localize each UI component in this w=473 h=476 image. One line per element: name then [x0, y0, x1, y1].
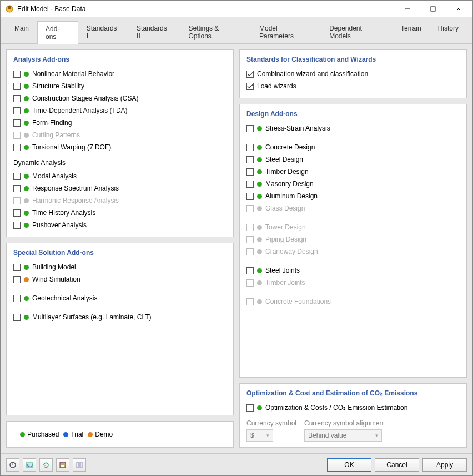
checkbox	[246, 298, 254, 305]
tab-main[interactable]: Main	[6, 21, 37, 43]
tool-button-5[interactable]	[73, 458, 86, 472]
checkbox[interactable]	[13, 173, 21, 180]
checkbox[interactable]	[13, 119, 21, 127]
tool-button-2[interactable]: 0,00	[23, 458, 36, 472]
apply-button[interactable]: Apply	[422, 458, 467, 472]
checkbox[interactable]	[246, 71, 254, 78]
addon-label: Combination wizard and classification	[257, 70, 368, 78]
checkbox[interactable]	[13, 71, 21, 78]
checkbox[interactable]	[13, 222, 21, 229]
ok-button[interactable]: OK	[327, 458, 371, 472]
addon-row[interactable]: Optimization & Costs / CO₂ Emission Esti…	[246, 402, 460, 414]
checkbox[interactable]	[13, 209, 21, 217]
checkbox[interactable]	[246, 156, 254, 163]
checkbox[interactable]	[246, 168, 254, 176]
tab-standards-ii[interactable]: Standards II	[128, 21, 180, 43]
window-title: Edit Model - Base Data	[17, 5, 395, 13]
addon-row[interactable]: Construction Stages Analysis (CSA)	[13, 92, 227, 104]
save-icon	[59, 461, 67, 469]
status-dot	[257, 206, 262, 211]
svg-rect-1	[8, 6, 11, 9]
cancel-button[interactable]: Cancel	[375, 458, 419, 472]
addon-row[interactable]: Geotechnical Analysis	[13, 292, 227, 304]
refresh-icon	[42, 461, 50, 469]
addon-row[interactable]: Timber Design	[246, 166, 460, 178]
status-dot	[24, 84, 29, 89]
addon-row[interactable]: Combination wizard and classification	[246, 68, 460, 80]
addon-row[interactable]: Multilayer Surfaces (e.g. Laminate, CLT)	[13, 311, 227, 323]
checkbox[interactable]	[13, 264, 21, 271]
minimize-button[interactable]	[395, 1, 420, 17]
panel-special-solution: Special Solution Add-ons Building ModelW…	[6, 243, 234, 415]
titlebar: Edit Model - Base Data	[1, 1, 472, 17]
svg-rect-3	[431, 7, 435, 11]
checkbox[interactable]	[13, 314, 21, 321]
addon-row[interactable]: Steel Joints	[246, 264, 460, 277]
checkbox[interactable]	[13, 276, 21, 283]
tab-model-parameters[interactable]: Model Parameters	[251, 21, 321, 43]
addon-label: Glass Design	[265, 204, 305, 212]
addon-row[interactable]: Aluminum Design	[246, 190, 460, 202]
addon-row[interactable]: Steel Design	[246, 153, 460, 166]
addon-row[interactable]: Time-Dependent Analysis (TDA)	[13, 104, 227, 117]
group-heading: Design Add-ons	[246, 110, 460, 118]
addon-row[interactable]: Concrete Design	[246, 141, 460, 153]
addon-label: Response Spectrum Analysis	[32, 184, 119, 192]
addon-row[interactable]: Modal Analysis	[13, 170, 227, 182]
addon-row[interactable]: Torsional Warping (7 DOF)	[13, 141, 227, 153]
maximize-button[interactable]	[420, 1, 446, 17]
close-button[interactable]	[446, 1, 471, 17]
legend-dot-purchased	[20, 432, 25, 437]
checkbox[interactable]	[246, 404, 254, 412]
tool-button-4[interactable]	[56, 458, 69, 472]
status-dot	[24, 277, 29, 282]
addon-row[interactable]: Wind Simulation	[13, 273, 227, 285]
checkbox[interactable]	[13, 95, 21, 102]
addon-row[interactable]: Pushover Analysis	[13, 219, 227, 231]
status-dot	[24, 296, 29, 301]
addon-row[interactable]: Structure Stability	[13, 80, 227, 92]
addon-row[interactable]: Masonry Design	[246, 178, 460, 190]
status-dot	[24, 72, 29, 77]
checkbox[interactable]	[246, 125, 254, 132]
currency-align-select[interactable]: Behind value▾	[304, 429, 382, 442]
checkbox[interactable]	[246, 181, 254, 188]
addon-label: Geotechnical Analysis	[32, 294, 97, 302]
addon-row: Piping Design	[246, 233, 460, 245]
tab-dependent-models[interactable]: Dependent Models	[321, 21, 393, 43]
addon-row[interactable]: Stress-Strain Analysis	[246, 122, 460, 134]
addon-label: Timber Design	[265, 168, 309, 176]
addon-label: Harmonic Response Analysis	[32, 197, 119, 204]
tab-standards-i[interactable]: Standards I	[78, 21, 128, 43]
checkbox[interactable]	[246, 144, 254, 151]
status-dot	[24, 223, 29, 228]
checkbox[interactable]	[13, 144, 21, 151]
addon-row[interactable]: Building Model	[13, 261, 227, 273]
status-dot	[257, 237, 262, 242]
tab-history[interactable]: History	[430, 21, 467, 43]
checkbox[interactable]	[13, 185, 21, 192]
addon-row[interactable]: Load wizards	[246, 80, 460, 92]
bottom-bar: 0,00 OK Cancel Apply	[1, 453, 472, 475]
tool-button-1[interactable]	[6, 458, 19, 472]
checkbox[interactable]	[13, 83, 21, 90]
currency-symbol-select[interactable]: $▾	[246, 429, 273, 442]
tab-terrain[interactable]: Terrain	[393, 21, 430, 43]
addon-row[interactable]: Form-Finding	[13, 117, 227, 129]
addon-row[interactable]: Nonlinear Material Behavior	[13, 68, 227, 80]
checkbox[interactable]	[246, 193, 254, 200]
addon-row[interactable]: Time History Analysis	[13, 207, 227, 219]
checkbox[interactable]	[13, 107, 21, 114]
group-heading: Analysis Add-ons	[13, 56, 227, 63]
tab-settings-options[interactable]: Settings & Options	[180, 21, 251, 43]
tool-button-3[interactable]	[39, 458, 53, 472]
checkbox[interactable]	[246, 83, 254, 90]
status-dot	[24, 108, 29, 113]
checkbox[interactable]	[246, 267, 254, 274]
addon-row[interactable]: Response Spectrum Analysis	[13, 182, 227, 194]
dialog-edit-model: Edit Model - Base Data MainAdd-onsStanda…	[0, 0, 473, 476]
addon-row: Timber Joints	[246, 277, 460, 289]
checkbox[interactable]	[13, 295, 21, 302]
status-dot	[257, 280, 262, 285]
tab-add-ons[interactable]: Add-ons	[37, 21, 78, 44]
